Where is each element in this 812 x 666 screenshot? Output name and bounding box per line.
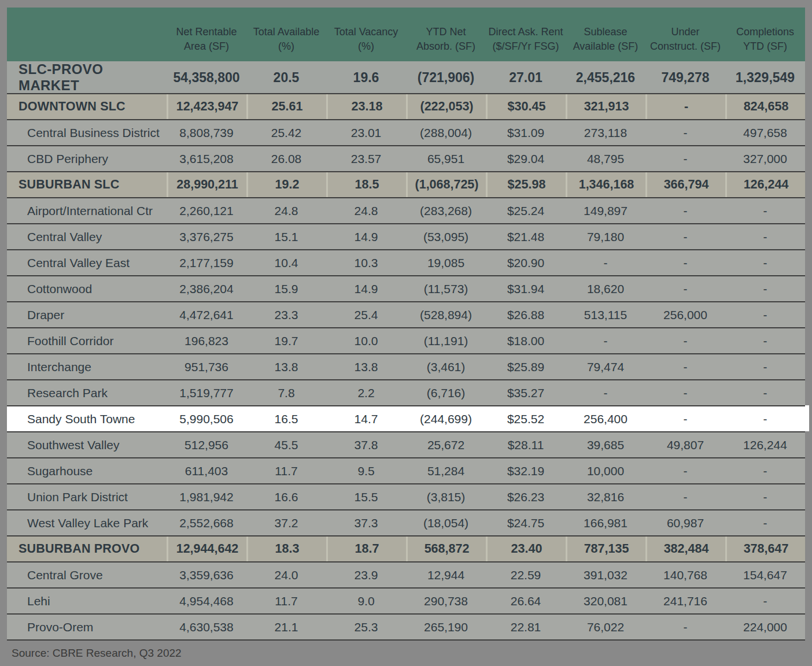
table-row: Interchange951,73613.813.8(3,461)$25.897… — [7, 353, 805, 379]
header-label-line2: Absorb. (SF) — [416, 39, 475, 54]
cell-sublease-available: 48,795 — [566, 146, 645, 171]
cell-completions-ytd: 497,658 — [725, 120, 805, 145]
cell-ytd-net-absorb: (18,054) — [406, 510, 486, 535]
header-label-line2: Construct. (SF) — [650, 39, 721, 54]
row-label: SUBURBAN PROVO — [7, 536, 167, 561]
cell-completions-ytd: 154,647 — [725, 563, 805, 587]
cell-ytd-net-absorb: 65,951 — [406, 146, 486, 171]
cell-sublease-available: - — [566, 250, 645, 275]
cell-total-available-pct: 11.7 — [246, 589, 326, 613]
cell-ytd-net-absorb: 265,190 — [406, 615, 486, 639]
header-label-line1: Sublease — [584, 25, 627, 39]
cell-ytd-net-absorb: 568,872 — [406, 536, 486, 561]
cell-direct-ask-rent: 23.40 — [486, 536, 566, 561]
header-total-vacancy-pct: Total Vacancy(%) — [326, 8, 406, 61]
row-label: Central Business District — [7, 120, 167, 145]
cell-direct-ask-rent: 27.01 — [486, 61, 566, 94]
cell-sublease-available: - — [566, 380, 645, 405]
cell-direct-ask-rent: 22.59 — [486, 563, 566, 587]
cell-direct-ask-rent: $21.48 — [486, 224, 566, 249]
cell-direct-ask-rent: $25.98 — [486, 172, 566, 197]
cell-total-available-pct: 19.2 — [246, 172, 326, 197]
table-row: Airport/International Ctr2,260,12124.824… — [7, 197, 805, 223]
cell-sublease-available: - — [566, 328, 645, 353]
table-header-row: Net RentableArea (SF)Total Available(%)T… — [7, 8, 805, 61]
cell-ytd-net-absorb: (244,699) — [406, 406, 486, 431]
cell-completions-ytd: - — [725, 458, 805, 483]
cell-net-rentable-area: 54,358,800 — [167, 61, 246, 94]
cell-under-construct: 256,000 — [645, 302, 725, 327]
cell-total-vacancy-pct: 13.8 — [326, 354, 406, 379]
row-label: Cottonwood — [7, 276, 167, 301]
header-label-line2: ($/SF/Yr FSG) — [492, 39, 559, 54]
cell-net-rentable-area: 2,386,204 — [167, 276, 246, 301]
cell-ytd-net-absorb: (3,815) — [406, 484, 486, 509]
cell-ytd-net-absorb: (288,004) — [406, 120, 486, 145]
header-submarket-column — [7, 8, 167, 61]
cell-total-available-pct: 15.1 — [246, 224, 326, 249]
cell-total-available-pct: 25.61 — [246, 94, 326, 119]
cell-completions-ytd: 824,658 — [725, 94, 805, 119]
cell-total-available-pct: 10.4 — [246, 250, 326, 275]
row-label: Southwest Valley — [7, 432, 167, 457]
cell-under-construct: 366,794 — [645, 172, 725, 197]
cell-total-vacancy-pct: 18.7 — [326, 536, 406, 561]
table-row: SUBURBAN SLC28,990,21119.218.5(1,068,725… — [7, 171, 805, 197]
cell-net-rentable-area: 12,423,947 — [167, 94, 246, 119]
table-row: SLC-PROVO MARKET54,358,80020.519.6(721,9… — [7, 61, 805, 93]
table-row: CBD Periphery3,615,20826.0823.5765,951$2… — [7, 145, 805, 171]
cell-net-rentable-area: 1,519,777 — [167, 380, 246, 405]
cell-under-construct: - — [645, 120, 725, 145]
cell-under-construct: - — [645, 406, 725, 431]
cell-net-rentable-area: 512,956 — [167, 432, 246, 457]
cell-total-available-pct: 11.7 — [246, 458, 326, 483]
cell-total-vacancy-pct: 23.57 — [326, 146, 406, 171]
header-label-line1: Total Vacancy — [334, 25, 398, 39]
cell-completions-ytd: - — [725, 198, 805, 223]
cell-sublease-available: 76,022 — [566, 615, 645, 639]
row-label: CBD Periphery — [7, 146, 167, 171]
cell-sublease-available: 149,897 — [566, 198, 645, 223]
cell-under-construct: - — [645, 484, 725, 509]
row-label: Airport/International Ctr — [7, 198, 167, 223]
cell-ytd-net-absorb: (222,053) — [406, 94, 486, 119]
cell-total-available-pct: 18.3 — [246, 536, 326, 561]
table-row: SUBURBAN PROVO12,944,64218.318.7568,8722… — [7, 535, 805, 561]
cell-completions-ytd: 378,647 — [725, 536, 805, 561]
row-label: SUBURBAN SLC — [7, 172, 167, 197]
header-label-line2: (%) — [358, 39, 374, 54]
cell-sublease-available: 39,685 — [566, 432, 645, 457]
cell-total-vacancy-pct: 15.5 — [326, 484, 406, 509]
cell-under-construct: - — [645, 94, 725, 119]
cell-under-construct: - — [645, 224, 725, 249]
cell-completions-ytd: - — [725, 484, 805, 509]
cell-under-construct: - — [645, 458, 725, 483]
cell-direct-ask-rent: $31.94 — [486, 276, 566, 301]
cell-completions-ytd: 327,000 — [725, 146, 805, 171]
cell-net-rentable-area: 1,981,942 — [167, 484, 246, 509]
table-row: Central Business District8,808,73925.422… — [7, 119, 805, 145]
cell-total-vacancy-pct: 19.6 — [326, 61, 406, 94]
table-row-highlighted: Sandy South Towne5,990,50616.514.7(244,6… — [7, 405, 805, 431]
cell-total-vacancy-pct: 10.3 — [326, 250, 406, 275]
cell-direct-ask-rent: 26.64 — [486, 589, 566, 613]
row-label: Draper — [7, 302, 167, 327]
header-label-line2: (%) — [278, 39, 294, 54]
cell-sublease-available: 787,135 — [566, 536, 645, 561]
table-row: Sugarhouse611,40311.79.551,284$32.1910,0… — [7, 457, 805, 483]
cell-net-rentable-area: 196,823 — [167, 328, 246, 353]
cell-total-available-pct: 13.8 — [246, 354, 326, 379]
cell-net-rentable-area: 28,990,211 — [167, 172, 246, 197]
header-total-available-pct: Total Available(%) — [246, 8, 326, 61]
report-page: Net RentableArea (SF)Total Available(%)T… — [0, 0, 812, 660]
cell-direct-ask-rent: $26.88 — [486, 302, 566, 327]
cell-completions-ytd: - — [725, 302, 805, 327]
cell-under-construct: - — [645, 198, 725, 223]
cell-direct-ask-rent: $29.04 — [486, 146, 566, 171]
cell-under-construct: - — [645, 380, 725, 405]
cell-direct-ask-rent: $31.09 — [486, 120, 566, 145]
row-label: Central Valley East — [7, 250, 167, 275]
row-label: Provo-Orem — [7, 615, 167, 639]
cell-ytd-net-absorb: (3,461) — [406, 354, 486, 379]
cell-under-construct: 140,768 — [645, 563, 725, 587]
